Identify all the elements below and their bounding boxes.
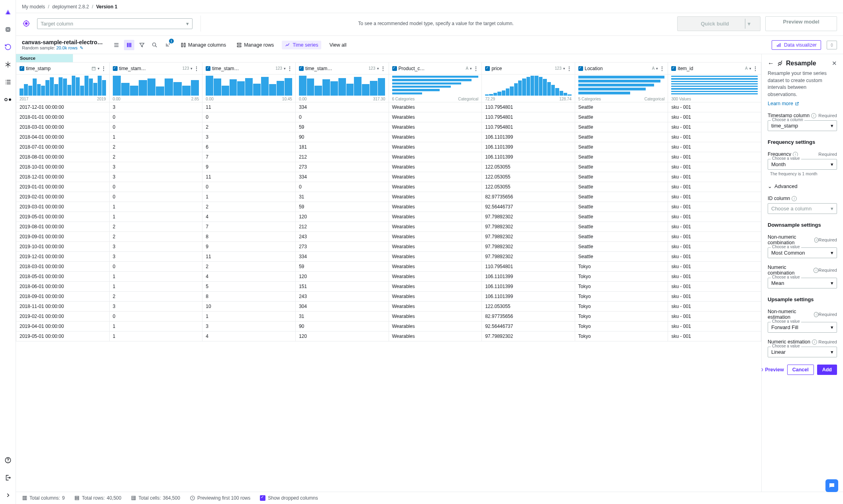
column-checkbox[interactable]	[20, 66, 24, 71]
column-header[interactable]: Product_c… A ▾ ⋮	[389, 63, 482, 75]
table-row[interactable]: 2017-12-01 00:00:00311334Wearables110.79…	[16, 102, 761, 112]
rail-logout-icon[interactable]	[3, 473, 13, 482]
manage-rows-button[interactable]: Manage rows	[234, 41, 276, 49]
breadcrumb-parent2[interactable]: deployment 2.8.2	[52, 4, 89, 10]
rail-snowflake-icon[interactable]	[3, 60, 13, 69]
nonnum-est-select[interactable]: Forward Fill▾	[768, 322, 837, 333]
time-series-button[interactable]: Time series	[282, 41, 321, 49]
table-row[interactable]: 2018-01-01 00:00:00000Wearables110.79548…	[16, 112, 761, 122]
chevron-down-icon[interactable]: ▾	[191, 67, 193, 71]
table-row[interactable]: 2019-09-01 00:00:0028243Wearables97.7989…	[16, 232, 761, 242]
column-checkbox[interactable]	[485, 66, 490, 71]
column-menu-icon[interactable]: ⋮	[660, 66, 664, 71]
cancel-button[interactable]: Cancel	[787, 365, 814, 375]
show-dropped-checkbox[interactable]: ✓	[260, 495, 265, 501]
view-all-button[interactable]: View all	[327, 41, 349, 49]
column-menu-icon[interactable]: ⋮	[753, 66, 758, 71]
search-icon[interactable]	[149, 40, 160, 50]
table-row[interactable]: 2019-03-01 00:00:001259Wearables92.56446…	[16, 202, 761, 212]
table-row[interactable]: 2019-08-01 00:00:0027212Wearables97.7989…	[16, 222, 761, 232]
table-row[interactable]: 2018-11-01 00:00:00310304Wearables122.05…	[16, 302, 761, 312]
grid-view-icon[interactable]	[124, 40, 134, 50]
table-row[interactable]: 2018-04-01 00:00:001390Wearables106.1101…	[16, 132, 761, 142]
rail-refresh-icon[interactable]	[3, 42, 13, 52]
manage-columns-button[interactable]: Manage columns	[178, 41, 228, 49]
info-icon[interactable]: i	[811, 113, 816, 118]
table-row[interactable]: 2019-04-01 00:00:001390Wearables92.56446…	[16, 322, 761, 331]
table-row[interactable]: 2019-10-01 00:00:0039273Wearables97.7989…	[16, 242, 761, 252]
id-column-select[interactable]: Choose a column▾	[768, 203, 837, 214]
info-icon[interactable]: i	[792, 196, 797, 201]
chevron-down-icon[interactable]: ▾	[284, 67, 286, 71]
rail-chip-icon[interactable]	[3, 25, 13, 34]
column-checkbox[interactable]	[206, 66, 210, 71]
info-icon[interactable]: i	[814, 268, 818, 273]
chevron-down-icon[interactable]: ▾	[656, 67, 658, 71]
timestamp-column-select[interactable]: time_stamp▾	[768, 120, 837, 131]
column-checkbox[interactable]	[392, 66, 397, 71]
filter-icon[interactable]	[137, 40, 147, 50]
table-row[interactable]: 2018-03-01 00:00:000259Wearables110.7954…	[16, 122, 761, 132]
panel-close-icon[interactable]: ✕	[832, 60, 837, 67]
chat-fab-icon[interactable]	[825, 479, 838, 492]
rail-nodes-icon[interactable]	[3, 95, 13, 104]
column-checkbox[interactable]	[299, 66, 304, 71]
rail-help-icon[interactable]	[3, 455, 13, 465]
expand-icon[interactable]	[827, 41, 837, 49]
rail-list-icon[interactable]	[3, 77, 13, 87]
advanced-toggle[interactable]: ⌄Advanced	[768, 183, 837, 189]
column-menu-icon[interactable]: ⋮	[194, 66, 199, 71]
column-checkbox[interactable]	[671, 66, 676, 71]
column-header[interactable]: time_stam… 123 ▾ ⋮	[202, 63, 296, 75]
add-button[interactable]: Add	[817, 365, 837, 375]
table-row[interactable]: 2018-07-01 00:00:0026181Wearables106.110…	[16, 142, 761, 152]
chevron-down-icon[interactable]: ▾	[470, 67, 472, 71]
num-comb-select[interactable]: Mean▾	[768, 278, 837, 288]
table-row[interactable]: 2018-06-01 00:00:0015151Wearables106.110…	[16, 282, 761, 292]
column-header[interactable]: time_stam… 123 ▾ ⋮	[109, 63, 202, 75]
panel-back-icon[interactable]: ←	[768, 60, 774, 67]
sample-value[interactable]: 20.0k rows	[56, 45, 77, 50]
rail-logo-icon[interactable]	[3, 7, 13, 17]
table-row[interactable]: 2018-08-01 00:00:0027212Wearables106.110…	[16, 152, 761, 162]
column-header[interactable]: time_stamp ▾ ⋮	[16, 63, 110, 75]
chevron-down-icon[interactable]: ▾	[98, 67, 100, 71]
table-row[interactable]: 2019-01-01 00:00:00000Wearables122.05305…	[16, 182, 761, 192]
info-icon[interactable]: i	[814, 312, 818, 317]
column-checkbox[interactable]	[578, 66, 583, 71]
table-row[interactable]: 2019-02-01 00:00:000131Wearables82.97735…	[16, 192, 761, 202]
table-row[interactable]: 2018-12-01 00:00:00311334Wearables122.05…	[16, 172, 761, 182]
chevron-down-icon[interactable]: ▾	[377, 67, 379, 71]
column-menu-icon[interactable]: ⋮	[567, 66, 572, 71]
panel-preview-button[interactable]: Preview	[761, 367, 784, 373]
rail-expand-icon[interactable]	[3, 490, 13, 500]
num-est-select[interactable]: Linear▾	[768, 347, 837, 357]
frequency-select[interactable]: Month▾	[768, 159, 837, 170]
table-row[interactable]: 2019-02-01 00:00:000131Wearables82.97735…	[16, 312, 761, 322]
table-row[interactable]: 2018-03-01 00:00:000259Wearables110.7954…	[16, 262, 761, 272]
table-row[interactable]: 2018-09-01 00:00:0028243Wearables106.110…	[16, 292, 761, 302]
info-icon[interactable]: i	[814, 237, 819, 243]
breadcrumb-parent1[interactable]: My models	[22, 4, 45, 10]
chevron-down-icon[interactable]: ▾	[749, 67, 751, 71]
column-checkbox[interactable]	[113, 66, 118, 71]
table-row[interactable]: 2019-05-01 00:00:0014120Wearables97.7989…	[16, 331, 761, 341]
column-header[interactable]: Location A ▾ ⋮	[575, 63, 668, 75]
source-tab[interactable]: Source	[16, 54, 73, 62]
sort-icon[interactable]: 1	[162, 40, 173, 50]
table-row[interactable]: 2019-05-01 00:00:0014120Wearables97.7989…	[16, 212, 761, 222]
chevron-down-icon[interactable]: ▾	[563, 67, 565, 71]
edit-icon[interactable]: ✎	[80, 45, 83, 50]
target-column-select[interactable]: Target column ▾	[37, 18, 193, 29]
learn-more-link[interactable]: Learn more	[768, 101, 799, 106]
column-menu-icon[interactable]: ⋮	[381, 66, 385, 71]
column-header[interactable]: price 123 ▾ ⋮	[482, 63, 575, 75]
column-menu-icon[interactable]: ⋮	[101, 66, 106, 71]
column-header[interactable]: time_stam… 123 ▾ ⋮	[295, 63, 389, 75]
column-menu-icon[interactable]: ⋮	[474, 66, 478, 71]
info-icon[interactable]: i	[812, 339, 817, 345]
column-header[interactable]: item_id A ▾ ⋮	[668, 63, 761, 75]
table-row[interactable]: 2018-10-01 00:00:0039273Wearables122.053…	[16, 162, 761, 172]
nonnum-comb-select[interactable]: Most Common▾	[768, 247, 837, 258]
table-row[interactable]: 2018-05-01 00:00:0014120Wearables106.110…	[16, 272, 761, 282]
